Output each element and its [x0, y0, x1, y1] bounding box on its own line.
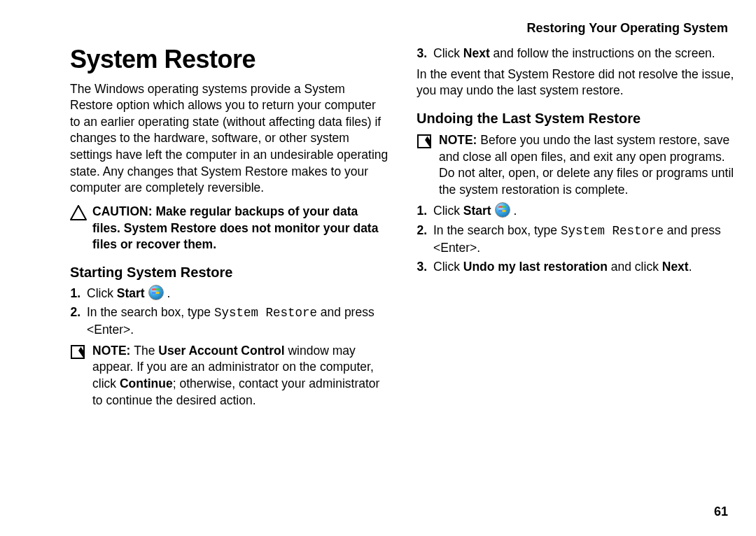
- step-bold: Next: [662, 260, 689, 274]
- undo-steps: Click Start . In the search box, type Sy…: [426, 202, 735, 276]
- starting-steps: Click Start . In the search box, type Sy…: [80, 285, 388, 339]
- two-column-layout: System Restore The Windows operating sys…: [70, 43, 735, 413]
- step-text: In the search box, type: [433, 223, 561, 237]
- page-number: 61: [714, 505, 728, 519]
- svg-marker-0: [71, 206, 86, 220]
- left-column: System Restore The Windows operating sys…: [70, 43, 388, 413]
- followup-paragraph: In the event that System Restore did not…: [416, 66, 735, 99]
- undo-note-callout: NOTE: Before you undo the last system re…: [416, 132, 735, 199]
- undo-step-2: In the search box, type System Restore a…: [430, 223, 735, 256]
- note-text: NOTE: The User Account Control window ma…: [92, 343, 388, 409]
- step-bold: Next: [463, 46, 490, 60]
- step-bold: Undo my last restoration: [463, 260, 608, 274]
- step-text: In the search box, type: [87, 305, 214, 319]
- caution-label: CAUTION:: [92, 204, 155, 218]
- intro-paragraph: The Windows operating systems provide a …: [70, 81, 388, 197]
- right-column: Click Next and follow the instructions o…: [416, 43, 735, 413]
- windows-start-icon: [495, 202, 510, 218]
- note-callout: NOTE: The User Account Control window ma…: [70, 343, 388, 409]
- note-label: NOTE:: [439, 133, 480, 147]
- undo-note-text: NOTE: Before you undo the last system re…: [439, 132, 735, 199]
- continued-step-3: Click Next and follow the instructions o…: [430, 45, 735, 62]
- undo-heading: Undoing the Last System Restore: [416, 109, 735, 128]
- note-body: The: [134, 344, 158, 358]
- note-bold: Continue: [120, 376, 173, 390]
- step-text: Click: [433, 204, 463, 218]
- starting-step-2: In the search box, type System Restore a…: [84, 304, 388, 338]
- starting-step-1: Click Start .: [84, 285, 388, 302]
- step-text: and follow the instructions on the scree…: [490, 46, 715, 60]
- note-icon: [70, 344, 88, 360]
- mono-text: System Restore: [214, 306, 317, 320]
- continued-steps: Click Next and follow the instructions o…: [426, 45, 735, 62]
- start-label: Start: [117, 286, 145, 300]
- mono-text: System Restore: [561, 224, 664, 238]
- page-header: Restoring Your Operating System: [70, 21, 735, 36]
- step-text: Click: [433, 260, 463, 274]
- undo-step-3: Click Undo my last restoration and click…: [430, 259, 735, 276]
- note-body: Before you undo the last system restore,…: [439, 133, 734, 197]
- undo-step-1: Click Start .: [430, 202, 735, 220]
- caution-icon: [70, 205, 88, 225]
- page-title: System Restore: [70, 43, 388, 77]
- step-text: Click: [87, 286, 117, 300]
- note-icon: [416, 134, 435, 149]
- note-label: NOTE:: [92, 344, 134, 358]
- step-text: Click: [433, 46, 463, 60]
- starting-heading: Starting System Restore: [70, 263, 388, 282]
- step-text: .: [689, 260, 692, 274]
- document-page: Restoring Your Operating System System R…: [0, 0, 756, 536]
- note-bold: User Account Control: [158, 344, 284, 358]
- caution-callout: CAUTION: Make regular backups of your da…: [70, 204, 388, 253]
- step-text: and click: [608, 260, 662, 274]
- caution-text: CAUTION: Make regular backups of your da…: [92, 204, 388, 253]
- start-label: Start: [463, 204, 491, 218]
- windows-start-icon: [148, 285, 164, 300]
